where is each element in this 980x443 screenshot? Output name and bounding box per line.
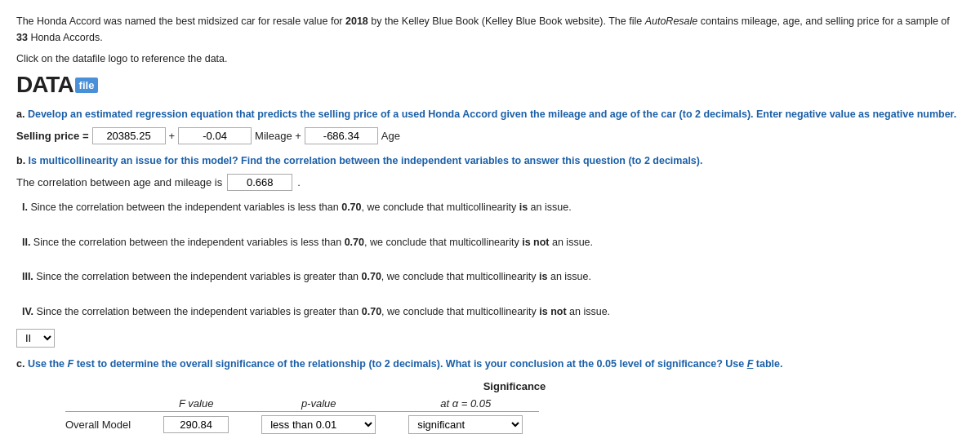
f-value-cell <box>147 411 245 437</box>
section-a-label: a. Develop an estimated regression equat… <box>16 106 964 122</box>
eq-mileage-label: Mileage + <box>255 130 301 142</box>
intro-paragraph: The Honda Accord was named the best mids… <box>16 13 964 46</box>
answer-select[interactable]: I II III IV <box>16 329 55 348</box>
section-a-description: Develop an estimated regression equation… <box>28 109 956 120</box>
intro-line1: The Honda Accord was named the best mids… <box>16 16 345 27</box>
intro-line4: Honda Accords. <box>28 32 103 43</box>
eq-selling-price-label: Selling price = <box>16 130 89 142</box>
f-sig-cell: significant not significant <box>392 411 539 437</box>
intro-line3: contains mileage, age, and selling price… <box>697 16 950 27</box>
f-sig-header: Significance <box>65 380 964 392</box>
f-col-sig: at α = 0.05 <box>392 396 539 412</box>
section-b-label: b. Is multicollinearity an issue for thi… <box>16 153 964 169</box>
f-overall-label: Overall Model <box>65 411 147 437</box>
option-II: II. Since the correlation between the in… <box>16 234 964 251</box>
f-overall-row: Overall Model less than 0.01 between 0.0… <box>65 411 539 437</box>
f-value-input[interactable] <box>163 416 229 433</box>
section-c: c. Use the F test to determine the overa… <box>16 356 964 437</box>
section-c-label: c. Use the F test to determine the overa… <box>16 356 964 372</box>
option-IV: IV. Since the correlation between the in… <box>16 303 964 321</box>
data-logo-container: DATA file <box>16 72 964 98</box>
eq-age-label: Age <box>381 130 400 142</box>
f-pvalue-select[interactable]: less than 0.01 between 0.01 and 0.05 gre… <box>261 415 376 434</box>
eq-plus1: + <box>169 130 176 142</box>
intro-year: 2018 <box>345 16 368 27</box>
section-b-description: Is multicollinearity an issue for this m… <box>29 155 703 166</box>
f-col-empty <box>65 396 147 412</box>
option-I: I. Since the correlation between the ind… <box>16 199 964 216</box>
corr-input[interactable] <box>227 174 292 191</box>
intro-file: AutoResale <box>645 16 698 27</box>
intro-line2: by the Kelley Blue Book (Kelley Blue Boo… <box>368 16 645 27</box>
correlation-row: The correlation between age and mileage … <box>16 174 964 191</box>
f-sig-select[interactable]: significant not significant <box>408 415 523 434</box>
option-III: III. Since the correlation between the i… <box>16 268 964 286</box>
intro-n: 33 <box>16 32 28 43</box>
file-button[interactable]: file <box>75 78 99 93</box>
f-pvalue-cell: less than 0.01 between 0.01 and 0.05 gre… <box>245 411 392 437</box>
f-table: F value p-value at α = 0.05 Overall Mode… <box>65 396 539 437</box>
f-col-f: F value <box>147 396 245 412</box>
f-col-p: p-value <box>245 396 392 412</box>
intercept-input[interactable] <box>92 127 166 144</box>
intro-click: Click on the datafile logo to reference … <box>16 51 964 67</box>
equation-row: Selling price = + Mileage + Age <box>16 127 964 144</box>
coef-mileage-input[interactable] <box>178 127 252 144</box>
data-word: DATA <box>16 72 74 98</box>
answer-dropdown-row: I II III IV <box>16 329 964 348</box>
coef-age-input[interactable] <box>305 127 378 144</box>
f-significance-table: Significance F value p-value at α = 0.05… <box>65 380 964 437</box>
multicollinearity-options: I. Since the correlation between the ind… <box>16 199 964 321</box>
corr-label: The correlation between age and mileage … <box>16 176 222 188</box>
section-c-description: Use the F test to determine the overall … <box>28 358 783 370</box>
